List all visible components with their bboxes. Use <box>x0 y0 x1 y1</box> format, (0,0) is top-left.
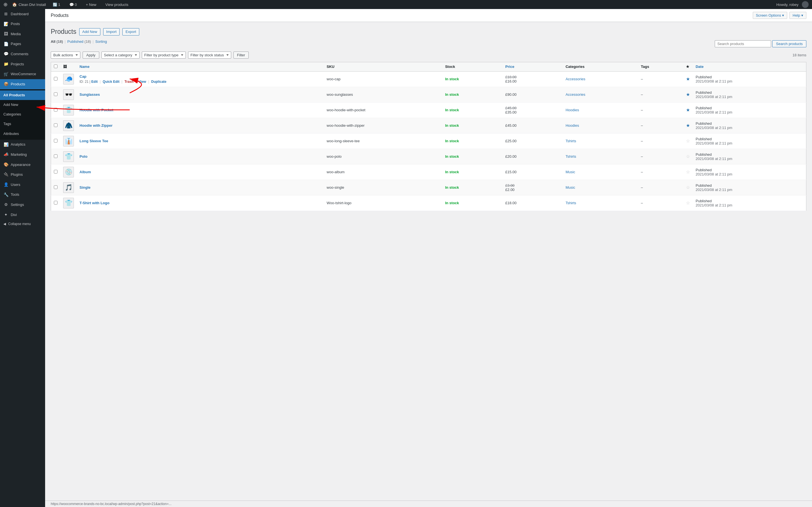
sidebar-item-pages[interactable]: 📄Pages <box>0 39 45 49</box>
product-featured[interactable]: ☆ <box>683 133 693 149</box>
featured-star[interactable]: ★ <box>686 92 690 97</box>
view-action[interactable]: View <box>139 80 146 83</box>
product-featured[interactable]: ☆ <box>683 195 693 211</box>
row-checkbox[interactable] <box>54 201 57 205</box>
new-content-button[interactable]: + New <box>84 3 99 7</box>
category-link[interactable]: Hoodies <box>566 123 579 128</box>
col-header-price[interactable]: Price <box>502 62 563 71</box>
help-button[interactable]: Help ▾ <box>790 12 806 19</box>
sidebar-item-settings[interactable]: ⚙Settings <box>0 200 45 210</box>
sidebar-item-users[interactable]: 👤Users <box>0 180 45 190</box>
edit-link[interactable]: Edit <box>91 80 98 83</box>
product-featured[interactable]: ★ <box>683 87 693 102</box>
row-checkbox[interactable] <box>54 139 57 143</box>
quick-edit-link[interactable]: Quick Edit <box>103 80 119 83</box>
sidebar-item-projects[interactable]: 📁Projects <box>0 59 45 69</box>
category-link[interactable]: Accessories <box>566 77 585 81</box>
sidebar-item-analytics[interactable]: 📊Analytics <box>0 140 45 150</box>
category-filter-select[interactable]: Select a category <box>101 52 140 59</box>
product-featured[interactable]: ★ <box>683 102 693 118</box>
sidebar-item-plugins[interactable]: 🔌Plugins <box>0 170 45 180</box>
quick-edit-action[interactable]: Quick Edit <box>103 80 119 83</box>
bulk-actions-select[interactable]: Bulk actions <box>51 52 80 59</box>
add-new-link[interactable]: Add New <box>0 100 45 110</box>
product-featured[interactable]: ☆ <box>683 149 693 164</box>
view-products-link[interactable]: View products <box>103 3 131 7</box>
featured-star[interactable]: ★ <box>686 123 690 128</box>
categories-link[interactable]: Categories <box>0 110 45 119</box>
product-featured[interactable]: ☆ <box>683 180 693 195</box>
product-name-link[interactable]: Polo <box>80 154 87 159</box>
name-sort-link[interactable]: Name <box>80 64 89 69</box>
product-name-link[interactable]: Sunglasses <box>80 93 100 97</box>
wp-logo-icon[interactable]: ⊕ <box>3 1 8 8</box>
duplicate-action[interactable]: Duplicate <box>151 80 166 83</box>
product-name-link[interactable]: Hoodie with Zipper <box>80 123 112 128</box>
trash-link[interactable]: Trash <box>124 80 133 83</box>
product-name-link[interactable]: Single <box>80 185 91 189</box>
row-checkbox[interactable] <box>54 170 57 173</box>
search-button[interactable]: Search products <box>772 40 806 47</box>
product-featured[interactable]: ☆ <box>683 164 693 180</box>
sidebar-item-appearance[interactable]: 🎨Appearance <box>0 160 45 170</box>
all-products-link[interactable]: All Products <box>0 91 45 100</box>
featured-star[interactable]: ☆ <box>686 201 690 205</box>
tags-link[interactable]: Tags <box>0 119 45 129</box>
category-link[interactable]: Accessories <box>566 93 585 97</box>
collapse-menu-button[interactable]: ◀ Collapse menu <box>0 220 45 228</box>
col-header-sku[interactable]: SKU <box>324 62 442 71</box>
comments-badge[interactable]: 💬 0 <box>67 3 79 7</box>
category-link[interactable]: Tshirts <box>566 154 576 159</box>
status-link-all[interactable]: All (18) | <box>51 40 67 44</box>
row-checkbox[interactable] <box>54 123 57 127</box>
row-checkbox[interactable] <box>54 154 57 158</box>
all-link[interactable]: All (18) <box>51 40 63 44</box>
apply-button[interactable]: Apply <box>83 52 99 59</box>
trash-action[interactable]: Trash <box>124 80 133 83</box>
sorting-link[interactable]: Sorting <box>95 40 107 44</box>
stock-status-filter-select[interactable]: Filter by stock status <box>188 52 231 59</box>
featured-star[interactable]: ★ <box>686 76 690 81</box>
featured-star[interactable]: ☆ <box>686 185 690 190</box>
date-sort-link[interactable]: Date <box>696 64 703 69</box>
featured-star[interactable]: ☆ <box>686 154 690 159</box>
status-link-sorting[interactable]: Sorting <box>95 40 107 44</box>
product-name-link[interactable]: T-Shirt with Logo <box>80 201 109 205</box>
import-button[interactable]: Import <box>103 28 120 36</box>
export-button[interactable]: Export <box>122 28 139 36</box>
sidebar-item-comments[interactable]: 💬Comments <box>0 49 45 59</box>
attributes-link[interactable]: Attributes <box>0 129 45 138</box>
submenu-tags[interactable]: Tags <box>0 119 45 129</box>
product-type-filter-select[interactable]: Filter by product type <box>142 52 186 59</box>
sidebar-item-woocommerce[interactable]: 🛒WooCommerce <box>0 69 45 79</box>
row-checkbox[interactable] <box>54 93 57 96</box>
sidebar-item-dashboard[interactable]: ⊞Dashboard <box>0 9 45 19</box>
category-link[interactable]: Music <box>566 185 575 189</box>
category-link[interactable]: Tshirts <box>566 139 576 143</box>
sidebar-item-media[interactable]: 🖼Media <box>0 29 45 39</box>
featured-star[interactable]: ☆ <box>686 138 690 144</box>
duplicate-link[interactable]: Duplicate <box>151 80 166 83</box>
submenu-categories[interactable]: Categories <box>0 110 45 119</box>
product-featured[interactable]: ★ <box>683 118 693 133</box>
product-name-link[interactable]: Cap <box>80 74 87 78</box>
featured-star[interactable]: ★ <box>686 108 690 112</box>
price-sort-link[interactable]: Price <box>505 64 514 69</box>
screen-options-button[interactable]: Screen Options ▾ <box>753 12 788 19</box>
category-link[interactable]: Hoodies <box>566 108 579 112</box>
submenu-attributes[interactable]: Attributes <box>0 129 45 138</box>
add-new-button[interactable]: Add New <box>79 28 100 36</box>
status-link-published[interactable]: Published (18) | <box>67 40 95 44</box>
category-link[interactable]: Tshirts <box>566 201 576 205</box>
sidebar-item-divi[interactable]: ✦Divi <box>0 210 45 220</box>
search-input[interactable] <box>715 40 771 47</box>
select-all-checkbox[interactable] <box>54 64 57 68</box>
sidebar-item-posts[interactable]: 📝Posts <box>0 19 45 29</box>
filter-button[interactable]: Filter <box>234 52 249 59</box>
row-checkbox[interactable] <box>54 185 57 189</box>
sidebar-item-tools[interactable]: 🔧Tools <box>0 190 45 200</box>
updates-badge[interactable]: 🔄 1 <box>50 3 63 7</box>
submenu-all-products[interactable]: All Products <box>0 91 45 100</box>
site-name[interactable]: 🏠 Clean Divi Install <box>12 2 46 7</box>
product-name-link[interactable]: Hoodie with Pocket <box>80 108 113 112</box>
